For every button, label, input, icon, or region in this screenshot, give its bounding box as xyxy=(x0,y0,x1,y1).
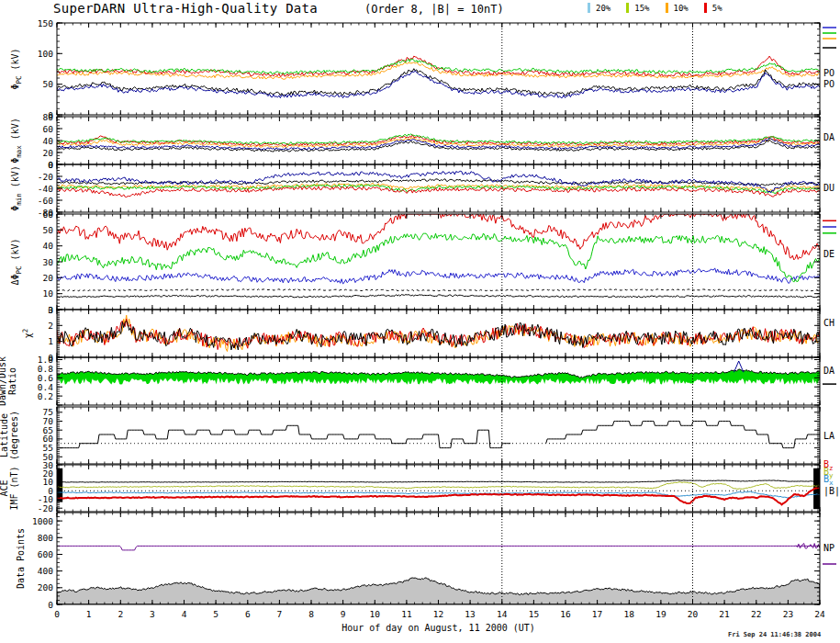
panel-series-delta-phi-pc xyxy=(57,214,820,298)
series-blue xyxy=(57,268,820,284)
y-tick-label: -20 xyxy=(38,503,53,513)
panel-ace-imf: -20-100102030ACEIMF (nT)BzByBx|B| xyxy=(0,459,840,513)
panel-series-chi-squared xyxy=(57,315,820,351)
right-label: DA xyxy=(823,366,834,376)
minor-ticks xyxy=(57,465,820,512)
x-tick-label: 10 xyxy=(370,609,381,619)
y-tick-label: 65 xyxy=(43,425,53,435)
y-tick-label: 1 xyxy=(48,336,53,346)
panel-series-data-points xyxy=(57,544,820,605)
x-tick-label: 5 xyxy=(213,609,218,619)
panel-chi-squared: 0123χ2CH xyxy=(21,305,834,363)
x-tick-label: 15 xyxy=(529,609,539,619)
y-axis-label: (degrees) xyxy=(9,411,19,460)
panel-series-latitude xyxy=(57,422,820,448)
x-tick-label: 22 xyxy=(751,609,761,619)
series-By xyxy=(57,482,820,490)
panel-phi-max: 020406080Φmax (kV)DA xyxy=(10,112,834,170)
x-tick-label: 4 xyxy=(182,609,187,619)
right-label: DA xyxy=(823,132,834,142)
right-label: CH xyxy=(823,318,834,328)
panel-border xyxy=(57,465,820,512)
panel-series-phi-min xyxy=(57,171,820,197)
y-tick-label: 40 xyxy=(43,136,54,146)
x-tick-label: 20 xyxy=(688,609,699,619)
y-tick-label: 1.0 xyxy=(38,355,53,365)
panel-dawn-dusk-ratio: 0.20.40.60.81.0Dawn/DuskRatioDA xyxy=(0,355,836,406)
x-axis-label: Hour of day on August, 11 2000 (UT) xyxy=(342,623,535,633)
y-tick-label: 75 xyxy=(43,407,53,417)
series-np-limit xyxy=(57,546,820,550)
y-tick-label: 10 xyxy=(43,288,54,299)
panel-phi-pc: 050100150ΦPC (kV)POPO xyxy=(10,18,836,120)
x-tick-label: 17 xyxy=(592,609,602,619)
y-axis-label: Latitude xyxy=(0,413,9,457)
y-tick-label: -60 xyxy=(38,196,53,206)
y-tick-label: 600 xyxy=(38,549,53,559)
y-tick-label: 50 xyxy=(43,225,54,235)
timestamp: Fri Sep 24 11:46:38 2004 xyxy=(728,631,821,638)
y-axis-label: IMF (nT) xyxy=(9,466,19,510)
x-tick-label: 23 xyxy=(783,609,793,619)
y-tick-label: 800 xyxy=(38,533,53,543)
series-red xyxy=(57,56,820,76)
y-tick-label: 0 xyxy=(48,600,53,610)
y-tick-label: 50 xyxy=(43,79,54,89)
series-black xyxy=(57,295,820,298)
y-tick-label: 20 xyxy=(43,468,54,479)
y-tick-label: 20 xyxy=(43,273,54,283)
y-tick-label: 0.8 xyxy=(38,364,53,374)
series-dashed-black xyxy=(57,289,820,291)
x-tick-label: 3 xyxy=(150,609,155,619)
x-tick-label: 7 xyxy=(277,609,283,619)
x-tick-label: 13 xyxy=(465,609,475,619)
y-tick-label: 10 xyxy=(43,477,54,487)
x-tick-label: 0 xyxy=(54,609,60,619)
y-tick-label: 80 xyxy=(43,112,54,122)
y-tick-label: 60 xyxy=(43,209,54,220)
y-tick-label: 70 xyxy=(43,416,54,426)
y-tick-label: 60 xyxy=(43,124,54,134)
y-tick-label: 20 xyxy=(43,148,54,158)
x-tick-label: 8 xyxy=(308,609,314,619)
y-tick-label: 200 xyxy=(38,582,53,592)
series-orange xyxy=(57,62,820,80)
right-label: NP xyxy=(823,543,834,553)
chart-canvas: 050100150ΦPC (kV)POPO020406080Φmax (kV)D… xyxy=(0,0,840,643)
panel-series-phi-max xyxy=(57,134,820,152)
y-axis-label: Ratio xyxy=(7,367,17,395)
panel-latitude: 505560657075Latitude(degrees)LA xyxy=(0,407,834,464)
right-label: DE xyxy=(823,249,834,259)
x-tick-label: 1 xyxy=(86,609,92,619)
panel-phi-min: -80-60-40-200Φmin (kV)DU xyxy=(10,160,834,218)
y-axis-label: χ2 xyxy=(21,329,33,339)
x-tick-label: 14 xyxy=(497,609,508,619)
x-tick-label: 11 xyxy=(401,609,412,619)
y-tick-label: 30 xyxy=(43,460,54,470)
y-axis-label: Φmax (kV) xyxy=(10,118,23,164)
series-Bmag xyxy=(57,480,820,482)
x-tick-label: 2 xyxy=(118,609,123,619)
series-latitude-steps xyxy=(57,422,820,448)
right-label: PO xyxy=(823,79,834,89)
x-tick-label: 12 xyxy=(433,609,443,619)
y-axis-label: Dawn/Dusk xyxy=(0,356,7,406)
series-red xyxy=(57,214,820,260)
x-tick-label: 19 xyxy=(655,609,666,619)
y-tick-label: 3 xyxy=(48,305,53,315)
x-tick-label: 24 xyxy=(814,609,825,619)
panel-delta-phi-pc: 0102030405060ΔΦPC (kV)DE xyxy=(10,209,836,315)
right-label: LA xyxy=(823,431,834,441)
y-tick-label: 0 xyxy=(48,160,53,170)
y-tick-label: 150 xyxy=(38,18,53,28)
series-navy xyxy=(57,171,820,193)
series-green xyxy=(57,59,820,74)
panel-series-dawn-dusk-ratio xyxy=(57,361,820,385)
y-tick-label: 30 xyxy=(43,257,54,267)
y-axis-label: ΦPC (kV) xyxy=(10,48,23,89)
x-tick-label: 21 xyxy=(719,609,730,619)
right-label: |B| xyxy=(823,486,840,497)
y-tick-label: 0.6 xyxy=(38,373,53,383)
y-tick-label: -40 xyxy=(38,184,53,194)
right-label: PO xyxy=(823,68,834,78)
